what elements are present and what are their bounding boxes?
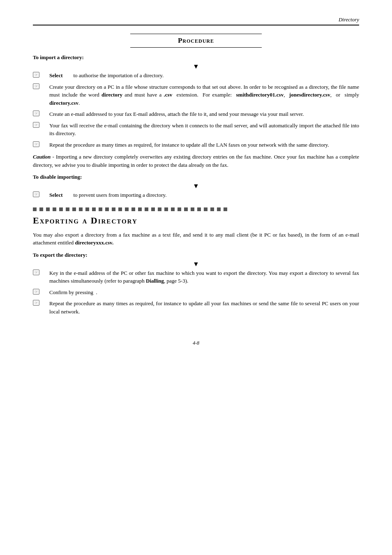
separator-dot: [151, 207, 155, 211]
separator-dot: [164, 207, 168, 211]
import-step-3-text: Create an e-mail addressed to your fax E…: [49, 110, 359, 118]
bold-dircsv: directory.csv: [49, 100, 78, 106]
separator-dot: [66, 207, 69, 211]
bold-csv: .csv: [164, 92, 173, 98]
fax-icon-4: ☞: [33, 122, 46, 128]
fax-icon-3: ☞: [33, 111, 46, 116]
import-step-4-text: Your fax will receive the e-mail contain…: [49, 122, 359, 138]
separator-dot: [53, 207, 56, 211]
separator-dot: [85, 207, 89, 211]
export-step-3: ☞ Repeat the procedure as many times as …: [33, 299, 359, 315]
import-step-1: ☞ Select to authorise the importation of…: [33, 71, 359, 80]
caution-block: Caution - Importing a new directory comp…: [33, 153, 359, 169]
disable-step-1-text: Select to prevent users from importing a…: [49, 191, 359, 199]
disable-steps: ☞ Select to prevent users from importing…: [33, 191, 359, 199]
separator-dot: [92, 207, 96, 211]
separator-dot: [224, 207, 227, 211]
fax-icon-export-2: ☞: [33, 289, 46, 295]
bold-jones: jonesdirectory.csv: [289, 92, 330, 98]
separator-dot: [158, 207, 161, 211]
import-step-1-text: Select to authorise the importation of a…: [49, 71, 359, 80]
import-step-5: ☞ Repeat the procedure as many times as …: [33, 141, 359, 149]
separator-dot: [217, 207, 221, 211]
page-header: Directory: [33, 16, 359, 23]
separator-dot: [112, 207, 115, 211]
import-arrow: ▼: [33, 63, 359, 70]
export-steps: ☞ Key in the e-mail address of the PC or…: [33, 269, 359, 316]
dialling-ref: Dialling: [146, 278, 164, 284]
exporting-intro: You may also export a directory from a f…: [33, 231, 359, 247]
separator-dot: [125, 207, 129, 211]
procedure-section: Procedure To import a directory: ▼ ☞ Sel…: [33, 34, 359, 199]
separator-dot: [178, 207, 181, 211]
separator-dot: [59, 207, 63, 211]
directoryxxx: directoryxxx.csv.: [75, 240, 114, 246]
export-step-1-text: Key in the e-mail address of the PC or o…: [49, 269, 359, 285]
separator-dot: [72, 207, 76, 211]
separator-dot: [138, 207, 142, 211]
disable-arrow: ▼: [33, 183, 359, 189]
export-step-2-text: Confirm by pressing .: [49, 288, 359, 297]
separator-dot: [105, 207, 109, 211]
bold-smith: smithdirectory01.csv: [236, 92, 284, 98]
separator-dot: [210, 207, 214, 211]
import-step-2: ☞ Create your directory on a PC in a fil…: [33, 83, 359, 107]
export-step-2: ☞ Confirm by pressing .: [33, 288, 359, 297]
header-title: Directory: [339, 16, 359, 23]
separator-dot: [39, 207, 43, 211]
import-heading: To import a directory:: [33, 54, 359, 61]
export-step-3-text: Repeat the procedure as many times as re…: [49, 299, 359, 315]
procedure-title-block: Procedure: [33, 34, 359, 48]
import-step-2-text: Create your directory on a PC in a file …: [49, 83, 359, 107]
page: Directory Procedure To import a director…: [0, 0, 392, 555]
separator-dot: [197, 207, 201, 211]
separator-dot: [79, 207, 83, 211]
procedure-title: Procedure: [33, 37, 359, 45]
import-step-3: ☞ Create an e-mail addressed to your fax…: [33, 110, 359, 118]
disable-heading: To disable importing:: [33, 174, 359, 180]
export-arrow: ▼: [33, 261, 359, 267]
exporting-section: Exporting a Directory You may also expor…: [33, 215, 359, 316]
fax-icon-5: ☞: [33, 141, 46, 147]
select-label-1: Select: [49, 72, 62, 78]
separator-dot: [191, 207, 194, 211]
dotted-separator: [33, 207, 359, 211]
import-steps: ☞ Select to authorise the importation of…: [33, 71, 359, 149]
fax-icon-1: ☞: [33, 72, 46, 78]
header-rule: [33, 25, 359, 25]
export-heading: To export the directory:: [33, 252, 359, 258]
procedure-bottom-rule: [130, 47, 262, 48]
procedure-top-rule: [130, 34, 262, 34]
separator-dot: [99, 207, 102, 211]
select-label-disable: Select: [49, 192, 62, 198]
import-step-5-text: Repeat the procedure as many times as re…: [49, 141, 359, 149]
separator-dot: [171, 207, 175, 211]
fax-icon-disable-1: ☞: [33, 191, 46, 197]
separator-dot: [118, 207, 122, 211]
fax-icon-2: ☞: [33, 83, 46, 89]
page-number: 4-8: [33, 340, 359, 346]
separator-dot: [131, 207, 135, 211]
import-step-4: ☞ Your fax will receive the e-mail conta…: [33, 122, 359, 138]
fax-icon-export-1: ☞: [33, 269, 46, 275]
exporting-title: Exporting a Directory: [33, 215, 359, 226]
separator-dot: [145, 207, 148, 211]
caution-label: Caution -: [33, 154, 54, 160]
bold-directory: directory: [101, 92, 122, 98]
separator-dot: [46, 207, 50, 211]
export-step-1: ☞ Key in the e-mail address of the PC or…: [33, 269, 359, 285]
fax-icon-export-3: ☞: [33, 300, 46, 306]
separator-dot: [184, 207, 188, 211]
separator-dot: [204, 207, 208, 211]
disable-step-1: ☞ Select to prevent users from importing…: [33, 191, 359, 199]
separator-dot: [33, 207, 37, 211]
